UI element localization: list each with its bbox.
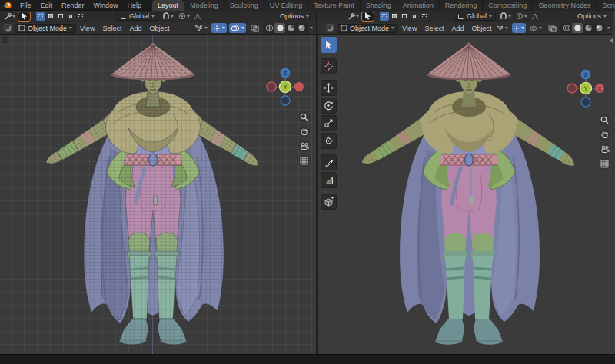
tool-measure[interactable] bbox=[321, 172, 337, 188]
show-overlays-toggle[interactable] bbox=[528, 23, 544, 33]
menu-edit[interactable]: Edit bbox=[36, 0, 58, 11]
select-mode-extend[interactable] bbox=[390, 12, 399, 21]
tool-select-box[interactable] bbox=[321, 37, 337, 53]
select-mode-invert[interactable] bbox=[66, 12, 75, 21]
tab-layout[interactable]: Layout bbox=[152, 0, 184, 11]
character-model[interactable] bbox=[42, 43, 264, 345]
menu-file[interactable]: File bbox=[15, 0, 36, 11]
camera-icon[interactable] bbox=[599, 144, 610, 155]
tool-move[interactable] bbox=[321, 80, 337, 96]
shading-material[interactable] bbox=[583, 23, 593, 33]
menu-window[interactable]: Window bbox=[89, 0, 123, 11]
select-mode-new[interactable] bbox=[36, 12, 45, 21]
pan-hand-icon[interactable] bbox=[298, 126, 310, 137]
proportional-edit-icon[interactable] bbox=[515, 12, 524, 21]
tool-transform[interactable] bbox=[321, 133, 337, 149]
chevron-down-icon[interactable] bbox=[524, 15, 527, 18]
menu-object[interactable]: Object bbox=[467, 22, 495, 35]
tab-scripting[interactable]: Scripting bbox=[597, 0, 615, 11]
mode-dropdown[interactable]: Object Mode bbox=[337, 24, 398, 33]
chevron-down-icon[interactable] bbox=[607, 27, 610, 29]
chevron-down-icon[interactable] bbox=[356, 15, 359, 18]
sidebar-expand-arrow[interactable] bbox=[610, 38, 613, 44]
select-mode-subtract[interactable] bbox=[56, 12, 65, 21]
select-mode-intersect[interactable] bbox=[420, 12, 429, 21]
zoom-icon[interactable] bbox=[599, 114, 610, 126]
proportional-edit-icon[interactable] bbox=[178, 12, 187, 21]
menu-select[interactable]: Select bbox=[98, 22, 125, 35]
tool-add-cube[interactable] bbox=[321, 194, 337, 210]
chevron-down-icon[interactable] bbox=[310, 27, 313, 29]
chevron-down-icon[interactable] bbox=[171, 15, 174, 18]
tool-icon[interactable] bbox=[3, 12, 12, 21]
axis-x-neg[interactable] bbox=[567, 84, 577, 93]
transform-orientation-dropdown[interactable]: Global bbox=[116, 12, 158, 21]
navigation-gizmo[interactable]: X Z Y bbox=[564, 67, 607, 110]
tab-shading[interactable]: Shading bbox=[361, 0, 397, 11]
grid-ortho-icon[interactable] bbox=[298, 155, 310, 167]
tool-scale[interactable] bbox=[321, 115, 337, 131]
shading-material[interactable] bbox=[285, 23, 296, 33]
axis-z-neg[interactable] bbox=[581, 98, 590, 107]
select-mode-intersect[interactable] bbox=[76, 12, 85, 21]
axis-z-neg[interactable] bbox=[281, 96, 290, 105]
select-mode-extend[interactable] bbox=[46, 12, 55, 21]
snap-icon[interactable] bbox=[161, 12, 171, 21]
show-overlays-toggle[interactable] bbox=[229, 23, 246, 33]
object-visibility-dropdown[interactable] bbox=[495, 23, 510, 33]
tab-rendering[interactable]: Rendering bbox=[440, 0, 483, 11]
falloff-curve-icon[interactable] bbox=[530, 12, 540, 21]
menu-render[interactable]: Render bbox=[57, 0, 89, 11]
shading-solid[interactable] bbox=[274, 23, 285, 33]
tab-compositing[interactable]: Compositing bbox=[483, 0, 532, 11]
axis-x[interactable] bbox=[294, 82, 304, 91]
character-model[interactable] bbox=[357, 43, 580, 345]
collapsed-timeline-editor[interactable] bbox=[0, 354, 615, 364]
tab-texture-paint[interactable]: Texture Paint bbox=[308, 0, 360, 11]
tab-sculpting[interactable]: Sculpting bbox=[224, 0, 264, 11]
menu-view[interactable]: View bbox=[76, 22, 98, 35]
menu-view[interactable]: View bbox=[398, 22, 421, 35]
tool-annotate[interactable] bbox=[321, 154, 337, 170]
menu-add[interactable]: Add bbox=[125, 22, 145, 35]
viewport-solid[interactable]: X Z Y bbox=[318, 35, 615, 354]
chevron-down-icon[interactable] bbox=[12, 15, 15, 18]
tool-icon[interactable] bbox=[347, 12, 356, 21]
snap-icon[interactable] bbox=[499, 12, 508, 21]
object-visibility-dropdown[interactable] bbox=[193, 23, 209, 33]
tool-cursor[interactable] bbox=[321, 58, 337, 74]
xray-toggle[interactable] bbox=[547, 23, 558, 33]
select-mode-subtract[interactable] bbox=[400, 12, 409, 21]
axis-x-neg[interactable] bbox=[267, 82, 276, 91]
tab-uv-editing[interactable]: UV Editing bbox=[264, 0, 308, 11]
shading-rendered[interactable] bbox=[593, 23, 604, 33]
viewport-wireframe[interactable]: Z Y bbox=[0, 35, 316, 354]
grid-ortho-icon[interactable] bbox=[599, 158, 610, 170]
tab-animation[interactable]: Animation bbox=[397, 0, 439, 11]
chevron-down-icon[interactable] bbox=[508, 15, 511, 18]
editor-type-icon[interactable] bbox=[325, 24, 334, 33]
zoom-icon[interactable] bbox=[298, 111, 310, 123]
menu-select[interactable]: Select bbox=[421, 22, 447, 35]
chevron-down-icon[interactable] bbox=[187, 15, 190, 18]
pan-hand-icon[interactable] bbox=[599, 129, 610, 141]
shading-wireframe[interactable] bbox=[264, 23, 274, 33]
tab-modeling[interactable]: Modeling bbox=[184, 0, 224, 11]
select-mode-invert[interactable] bbox=[410, 12, 419, 21]
show-gizmo-toggle[interactable] bbox=[211, 23, 227, 33]
navigation-gizmo[interactable]: Z Y bbox=[264, 65, 307, 108]
mode-dropdown[interactable]: Object Mode bbox=[15, 24, 76, 33]
shading-rendered[interactable] bbox=[296, 23, 307, 33]
select-mode-new[interactable] bbox=[380, 12, 389, 21]
menu-object[interactable]: Object bbox=[145, 22, 173, 35]
xray-toggle[interactable] bbox=[249, 23, 261, 33]
options-dropdown[interactable]: Options bbox=[573, 12, 610, 21]
menu-help[interactable]: Help bbox=[123, 0, 147, 11]
active-tool-select-box[interactable] bbox=[18, 12, 31, 22]
camera-icon[interactable] bbox=[298, 141, 310, 152]
show-gizmo-toggle[interactable] bbox=[512, 23, 526, 33]
falloff-curve-icon[interactable] bbox=[193, 12, 202, 21]
editor-type-icon[interactable] bbox=[3, 24, 12, 33]
blender-logo-icon[interactable] bbox=[2, 2, 12, 9]
menu-add[interactable]: Add bbox=[447, 22, 467, 35]
